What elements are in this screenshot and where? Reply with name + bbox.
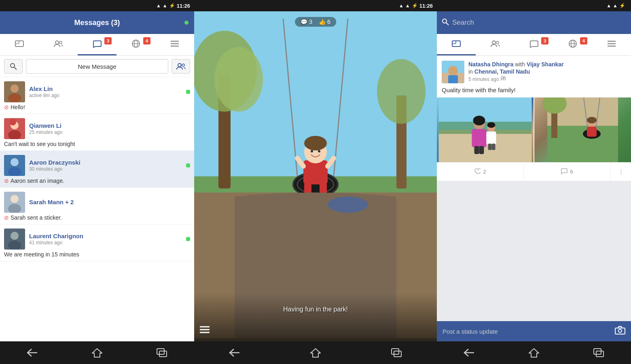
warning-icon-sarah: ⊘ bbox=[4, 214, 9, 221]
post-images bbox=[437, 97, 631, 162]
photo-fullscreen[interactable]: 💬 3 👍 6 Having fun in the park! bbox=[194, 11, 437, 341]
svg-rect-89 bbox=[474, 146, 479, 154]
message-preview-aaron: ⊘ Aaron sent an image. bbox=[4, 178, 190, 184]
message-time-qianwen: 25 minutes ago bbox=[29, 129, 190, 135]
news-feed: Natasha Dhingra with Vijay Shankar in Ch… bbox=[437, 56, 631, 321]
left-nav-tabs: 3 4 bbox=[0, 34, 194, 56]
more-action[interactable]: ⋮ bbox=[611, 163, 631, 181]
like-count-post: 2 bbox=[483, 169, 486, 175]
svg-point-23 bbox=[11, 158, 19, 166]
home-button-left[interactable] bbox=[85, 345, 109, 361]
tab-menu-left[interactable] bbox=[155, 34, 194, 55]
recents-button-right[interactable] bbox=[587, 345, 611, 361]
svg-rect-90 bbox=[479, 146, 484, 154]
like-action[interactable]: 2 bbox=[437, 163, 524, 181]
message-preview-sarah: ⊘ Sarah sent a sticker. bbox=[4, 214, 190, 221]
svg-point-12 bbox=[178, 63, 181, 67]
svg-point-66 bbox=[443, 19, 447, 23]
svg-point-82 bbox=[501, 76, 504, 79]
bottom-nav-left bbox=[0, 341, 194, 364]
svg-point-13 bbox=[182, 64, 184, 66]
post-image-left[interactable] bbox=[437, 97, 534, 162]
tab-globe-right[interactable]: 4 bbox=[553, 34, 592, 55]
back-button-middle[interactable] bbox=[222, 345, 247, 361]
svg-point-70 bbox=[492, 41, 495, 44]
home-icon-left bbox=[15, 40, 24, 49]
signal-icon-mid: ▲ bbox=[405, 3, 410, 8]
messages-icon-left bbox=[93, 40, 102, 50]
svg-marker-110 bbox=[529, 349, 539, 357]
tab-menu-right[interactable] bbox=[592, 34, 631, 55]
svg-marker-63 bbox=[311, 349, 320, 357]
message-info-alex: Alex Lin active 8m ago bbox=[29, 85, 182, 98]
group-message-button[interactable] bbox=[172, 59, 190, 74]
status-icons-right: ▲ ▲ ⚡ bbox=[606, 3, 627, 8]
battery-icon: ⚡ bbox=[169, 3, 175, 8]
svg-rect-105 bbox=[587, 127, 597, 137]
globe-icon-left bbox=[131, 39, 140, 50]
svg-line-67 bbox=[446, 23, 449, 25]
post-image-right[interactable] bbox=[534, 97, 631, 162]
tab-messages-left[interactable]: 3 bbox=[78, 34, 116, 55]
tab-messages-right[interactable]: 3 bbox=[515, 34, 553, 55]
error-icon-aaron: ⊘ bbox=[4, 178, 9, 184]
back-button-right[interactable] bbox=[457, 345, 481, 361]
more-icon: ⋮ bbox=[618, 169, 624, 175]
camera-icon-right[interactable] bbox=[615, 326, 625, 337]
status-time-middle: 11:26 bbox=[419, 3, 433, 9]
like-icon-post bbox=[474, 168, 481, 176]
messages-icon-right bbox=[529, 40, 538, 50]
battery-icon-right: ⚡ bbox=[619, 3, 625, 8]
back-button-left[interactable] bbox=[20, 345, 44, 361]
online-indicator bbox=[184, 21, 188, 25]
svg-point-2 bbox=[55, 41, 59, 44]
online-status-laurent bbox=[186, 237, 190, 241]
status-bar-right: ▲ ▲ ⚡ bbox=[437, 0, 631, 11]
post-location: Chennai, Tamil Nadu bbox=[474, 68, 530, 75]
message-item-laurent[interactable]: Laurent Charignon 41 minutes ago We are … bbox=[0, 224, 194, 261]
message-name-sarah: Sarah Mann + 2 bbox=[29, 199, 190, 205]
svg-rect-92 bbox=[487, 131, 496, 144]
svg-point-3 bbox=[59, 41, 62, 44]
globe-icon-right bbox=[568, 39, 577, 50]
messages-badge-left: 3 bbox=[104, 37, 112, 44]
tab-globe-left[interactable]: 4 bbox=[116, 34, 155, 55]
message-item-aaron[interactable]: Aaron Draczynski 30 minutes ago ⊘ Aaron … bbox=[0, 151, 194, 188]
home-button-middle[interactable] bbox=[303, 345, 328, 361]
recents-button-middle[interactable] bbox=[384, 345, 409, 361]
message-item-sarah[interactable]: Sarah Mann + 2 ⊘ Sarah sent a sticker. bbox=[0, 188, 194, 224]
search-messages-button[interactable] bbox=[4, 59, 23, 74]
tab-home-left[interactable] bbox=[0, 34, 39, 55]
status-placeholder[interactable]: Post a status update bbox=[443, 328, 611, 335]
svg-point-83 bbox=[504, 77, 506, 78]
message-name-alex: Alex Lin bbox=[29, 85, 182, 92]
svg-point-96 bbox=[473, 116, 485, 125]
recents-button-left[interactable] bbox=[150, 345, 174, 361]
bottom-nav-middle bbox=[194, 341, 437, 364]
photo-menu-button[interactable] bbox=[200, 326, 210, 336]
message-item-alex-lin[interactable]: Alex Lin active 8m ago ⊘ Hello! bbox=[0, 77, 194, 114]
post-avatar[interactable] bbox=[442, 61, 464, 83]
right-nav-tabs: 3 4 bbox=[437, 34, 631, 56]
bottom-nav-right bbox=[437, 341, 631, 364]
globe-badge-right: 4 bbox=[580, 37, 587, 44]
comment-action[interactable]: 6 bbox=[524, 163, 611, 181]
messages-badge-right: 3 bbox=[541, 37, 548, 44]
photo-stats: 💬 3 👍 6 bbox=[295, 17, 336, 27]
new-message-button[interactable]: New Message bbox=[26, 59, 168, 74]
message-item-qianwen-li[interactable]: Qianwen Li 25 minutes ago Can't wait to … bbox=[0, 114, 194, 151]
svg-point-54 bbox=[311, 150, 313, 152]
message-preview-alex: ⊘ Hello! bbox=[4, 104, 190, 110]
tab-home-right[interactable] bbox=[437, 34, 476, 55]
battery-icon-mid: ⚡ bbox=[412, 3, 418, 8]
home-button-right[interactable] bbox=[522, 345, 546, 361]
svg-rect-88 bbox=[472, 129, 487, 147]
search-icon-right bbox=[442, 18, 449, 27]
search-placeholder-right[interactable]: Search bbox=[452, 19, 626, 27]
tab-friends-left[interactable] bbox=[39, 34, 78, 55]
comment-count: 3 bbox=[309, 19, 312, 25]
swing-scene bbox=[194, 11, 437, 341]
tab-friends-right[interactable] bbox=[476, 34, 515, 55]
in-text: in bbox=[468, 68, 474, 75]
status-time-left: 11:26 bbox=[177, 3, 190, 9]
